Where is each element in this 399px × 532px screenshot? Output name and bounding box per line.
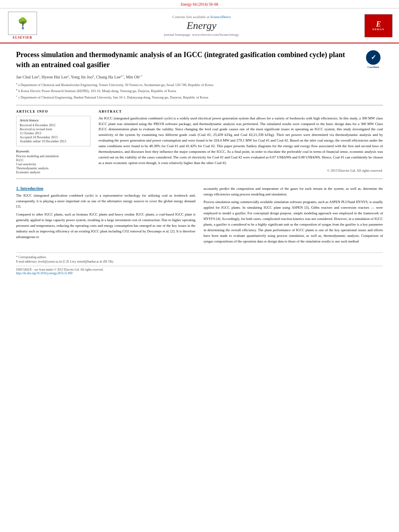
abstract-col: ABSTRACT An IGCC (integrated gasificatio…	[99, 109, 383, 175]
doi-line: http://dx.doi.org/10.1016/j.energy.2013.…	[16, 271, 383, 275]
authors-line: Jae Chul Leea, Hyeon Hui Leea, Yong Jin …	[16, 74, 383, 79]
intro-para1: The IGCC (integrated gasification combin…	[16, 193, 195, 210]
article-history-box: Article history: Received 4 December 201…	[16, 116, 90, 146]
intro-right-para1: accurately predict the composition and t…	[204, 186, 383, 197]
elsevier-tree-art: 🌳	[18, 18, 28, 26]
crossmark-badge: ✓ CrossMark	[364, 50, 383, 69]
introduction-two-col: 1. Introduction The IGCC (integrated gas…	[16, 186, 383, 247]
citation-text: Energy 64 (2014) 58–68	[181, 2, 218, 6]
abstract-text: An IGCC (integrated gasification combine…	[99, 116, 383, 166]
intro-para2: Compared to other IGCC plants, such as b…	[16, 212, 195, 240]
introduction-left: 1. Introduction The IGCC (integrated gas…	[16, 186, 195, 247]
available-online: Available online 19 December 2013	[20, 140, 87, 143]
elsevier-person: 👤	[21, 27, 24, 29]
article-title-block: Process simulation and thermodynamic ana…	[16, 50, 383, 70]
article-info-abstract: ARTICLE INFO Article history: Received 4…	[16, 109, 383, 175]
affiliation-b: b b Korea Electric Power Research Instit…	[16, 88, 383, 94]
received-revised-label: Received in revised form	[20, 127, 87, 131]
keyword-5: Economic analysis	[16, 170, 90, 174]
article-title: Process simulation and thermodynamic ana…	[16, 51, 345, 69]
journal-homepage: journal homepage: www.elsevier.com/locat…	[39, 33, 364, 37]
intro-right-para2: Process simulation using commercially av…	[204, 199, 383, 244]
sciencedirect-link[interactable]: ScienceDirect	[210, 15, 230, 19]
divider-1	[16, 105, 383, 105]
main-content: Process simulation and thermodynamic ana…	[0, 43, 399, 281]
divider-2	[16, 179, 383, 179]
email-note: E-mail addresses: leech@yonsei.ac.kr (C.…	[16, 260, 383, 263]
keyword-4: Thermodynamic analysis	[16, 166, 90, 170]
copyright-text: © 2013 Elsevier Ltd. All rights reserved…	[99, 168, 383, 173]
introduction-body-left: The IGCC (integrated gasification combin…	[16, 193, 195, 240]
issn-line: 0360-5442/$ – see front matter © 2013 El…	[16, 268, 383, 271]
citation-bar: Energy 64 (2014) 58–68	[0, 0, 399, 8]
accepted-date: Accepted 24 November 2013	[20, 136, 87, 139]
sciencedirect-text: Contents lists available at ScienceDirec…	[39, 15, 364, 19]
doi-link[interactable]: http://dx.doi.org/10.1016/j.energy.2013.…	[16, 271, 72, 275]
article-history-heading: Article history:	[20, 119, 87, 122]
affiliation-c: c c Department of Chemical Engineering, …	[16, 94, 383, 100]
crossmark-text: CrossMark	[367, 66, 379, 69]
keyword-1: Process modeling and simulation	[16, 154, 90, 158]
authors-text: Jae Chul Leea, Hyeon Hui Leea, Yong Jin …	[16, 75, 143, 79]
abstract-heading: ABSTRACT	[99, 109, 383, 113]
elsevier-logo: 🌳 👤 ELSEVIER	[6, 12, 39, 39]
keywords-box: Keywords: Process modeling and simulatio…	[16, 150, 90, 174]
energy-logo: E NERGY	[364, 14, 393, 37]
affiliation-a: a a Department of Chemical and Biomolecu…	[16, 82, 383, 88]
affiliations-block: a a Department of Chemical and Biomolecu…	[16, 82, 383, 100]
journal-center: Contents lists available at ScienceDirec…	[39, 15, 364, 37]
elsevier-logo-box: 🌳 👤	[8, 12, 37, 35]
revised-date: 11 October 2013	[20, 131, 87, 135]
footnotes: * Corresponding authors. E-mail addresse…	[16, 253, 383, 263]
elsevier-name: ELSEVIER	[13, 36, 32, 39]
keyword-3: Coal sensitivity	[16, 162, 90, 166]
introduction-section: 1. Introduction The IGCC (integrated gas…	[16, 186, 383, 247]
article-info-heading: ARTICLE INFO	[16, 109, 90, 113]
introduction-right: accurately predict the composition and t…	[204, 186, 383, 247]
keywords-heading: Keywords:	[16, 150, 90, 153]
journal-header: 🌳 👤 ELSEVIER Contents lists available at…	[0, 8, 399, 43]
corresponding-note: * Corresponding authors.	[16, 255, 383, 259]
introduction-body-right: accurately predict the composition and t…	[204, 186, 383, 244]
article-info-col: ARTICLE INFO Article history: Received 4…	[16, 109, 90, 175]
keyword-2: IGCC	[16, 158, 90, 162]
journal-name: Energy	[39, 20, 364, 32]
received-date: Received 4 December 2012	[20, 123, 87, 127]
section-title: 1. Introduction	[16, 186, 195, 191]
footer-info: 0360-5442/$ – see front matter © 2013 El…	[16, 266, 383, 275]
crossmark-circle: ✓	[366, 50, 380, 65]
